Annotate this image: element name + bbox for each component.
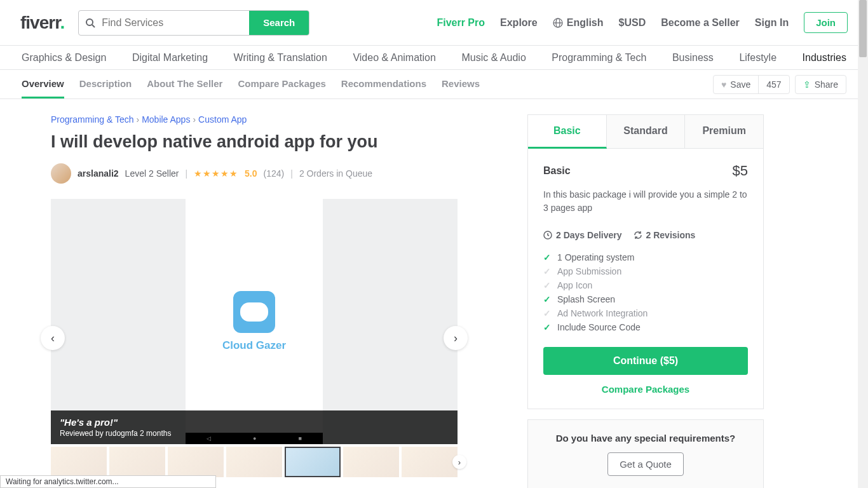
search-wrap: Search: [78, 10, 309, 36]
fiverr-pro-link[interactable]: Fiverr Pro: [437, 17, 485, 29]
home-icon: ●: [253, 435, 256, 442]
chevron-right-icon: ›: [193, 114, 196, 125]
tab-about-seller[interactable]: About The Seller: [147, 78, 222, 90]
right-column: Basic Standard Premium Basic $5 In this …: [527, 114, 764, 488]
tab-standard[interactable]: Standard: [607, 115, 686, 149]
logo[interactable]: fiverr.: [20, 13, 64, 33]
tab-recommendations[interactable]: Recommendations: [341, 78, 426, 90]
queue-count: 2 Orders in Queue: [299, 168, 372, 179]
save-button[interactable]: ♥Save: [714, 76, 759, 93]
package-meta: 2 Days Delivery 2 Revisions: [543, 230, 748, 240]
delivery-meta: 2 Days Delivery: [543, 230, 622, 240]
cat-item[interactable]: Writing & Translation: [234, 52, 327, 64]
search-input[interactable]: [102, 11, 249, 35]
chevron-right-icon: ›: [458, 458, 461, 467]
chevron-right-icon: ›: [454, 332, 458, 345]
save-box: ♥Save 457: [713, 75, 790, 94]
back-icon: ◁: [207, 435, 211, 442]
gallery-prev-button[interactable]: ‹: [41, 326, 65, 350]
tab-basic[interactable]: Basic: [528, 115, 607, 149]
package-body: Basic $5 In this basic package i will pr…: [528, 149, 763, 409]
thumb[interactable]: [343, 447, 399, 477]
thumb[interactable]: [402, 447, 458, 477]
check-icon: ✓: [543, 294, 551, 304]
become-seller-link[interactable]: Become a Seller: [661, 17, 740, 29]
share-icon: ⇪: [803, 79, 811, 90]
tab-premium[interactable]: Premium: [685, 115, 763, 149]
separator: |: [185, 168, 187, 179]
breadcrumb: Programming & Tech›Mobile Apps›Custom Ap…: [51, 114, 483, 125]
app-icon: [233, 291, 275, 333]
gig-title: I will develop native android app for yo…: [51, 132, 483, 152]
svg-point-0: [86, 19, 93, 25]
chevron-right-icon: ›: [136, 114, 139, 125]
save-count: 457: [759, 76, 789, 93]
cat-item[interactable]: Graphics & Design: [22, 52, 106, 64]
crumb[interactable]: Programming & Tech: [51, 114, 133, 125]
package-name: Basic: [543, 165, 571, 177]
android-nav-bar: ◁●■: [186, 433, 323, 444]
quote-question: Do you have any special requirements?: [541, 433, 750, 444]
feature: ✓App Icon: [543, 278, 748, 292]
share-button[interactable]: ⇪Share: [795, 75, 846, 94]
package-head: Basic $5: [543, 163, 748, 179]
gallery-next-button[interactable]: ›: [444, 326, 468, 350]
seller-name[interactable]: arslanali2: [78, 168, 119, 179]
join-button[interactable]: Join: [804, 12, 848, 33]
feature: ✓1 Operating system: [543, 250, 748, 264]
check-icon: ✓: [543, 322, 551, 332]
thumb[interactable]: [168, 447, 224, 477]
scrollbar-thumb[interactable]: [859, 0, 867, 57]
rating-value: 5.0: [245, 168, 257, 179]
package-box: Basic Standard Premium Basic $5 In this …: [527, 114, 764, 409]
review-count: (124): [264, 168, 285, 179]
get-quote-button[interactable]: Get a Quote: [607, 452, 684, 476]
cat-item[interactable]: Lifestyle: [739, 52, 776, 64]
gig-subnav: Overview Description About The Seller Co…: [0, 70, 868, 99]
tab-overview[interactable]: Overview: [22, 78, 64, 98]
thumb[interactable]: [51, 447, 107, 477]
chevron-left-icon: ‹: [51, 332, 55, 345]
status-bar: Waiting for analytics.twitter.com...: [0, 475, 216, 488]
package-description: In this basic package i will provide you…: [543, 188, 748, 215]
crumb[interactable]: Custom App: [198, 114, 247, 125]
explore-link[interactable]: Explore: [500, 17, 538, 29]
cat-item[interactable]: Music & Audio: [461, 52, 526, 64]
scrollbar[interactable]: [858, 0, 868, 488]
thumb[interactable]: [109, 447, 165, 477]
thumb[interactable]: [285, 447, 341, 477]
sign-in-link[interactable]: Sign In: [755, 17, 789, 29]
check-icon: ✓: [543, 266, 551, 276]
tab-compare[interactable]: Compare Packages: [238, 78, 325, 90]
continue-button[interactable]: Continue ($5): [543, 347, 748, 375]
cat-item[interactable]: Digital Marketing: [132, 52, 208, 64]
search-button[interactable]: Search: [249, 11, 309, 35]
cat-item[interactable]: Business: [672, 52, 714, 64]
seller-row: arslanali2 Level 2 Seller | ★★★★★ 5.0 (1…: [51, 163, 483, 184]
search-icon: [79, 11, 102, 35]
svg-line-1: [92, 25, 95, 27]
package-features: ✓1 Operating system ✓App Submission ✓App…: [543, 250, 748, 334]
gallery-image: Cloud Gazer: [186, 199, 323, 444]
tab-reviews[interactable]: Reviews: [442, 78, 480, 90]
gallery-thumbs: ›: [51, 447, 458, 477]
tab-description[interactable]: Description: [79, 78, 132, 90]
cat-item[interactable]: Video & Animation: [353, 52, 435, 64]
crumb[interactable]: Mobile Apps: [142, 114, 190, 125]
language-selector[interactable]: English: [553, 17, 604, 29]
currency-selector[interactable]: $USD: [619, 17, 646, 29]
feature: ✓Splash Screen: [543, 292, 748, 306]
thumb[interactable]: [226, 447, 282, 477]
main: Programming & Tech›Mobile Apps›Custom Ap…: [0, 99, 868, 488]
cat-industries[interactable]: Industries: [803, 52, 846, 64]
review-quote: "He's a pro!": [60, 417, 449, 428]
subnav-tabs: Overview Description About The Seller Co…: [22, 78, 480, 90]
left-column: Programming & Tech›Mobile Apps›Custom Ap…: [51, 114, 483, 488]
feature: ✓Include Source Code: [543, 320, 748, 334]
avatar[interactable]: [51, 163, 71, 184]
app-name: Cloud Gazer: [222, 339, 286, 352]
cat-item[interactable]: Programming & Tech: [552, 52, 646, 64]
thumbs-next-button[interactable]: ›: [452, 455, 466, 469]
compare-packages-link[interactable]: Compare Packages: [543, 384, 748, 395]
star-icons: ★★★★★: [194, 168, 238, 179]
